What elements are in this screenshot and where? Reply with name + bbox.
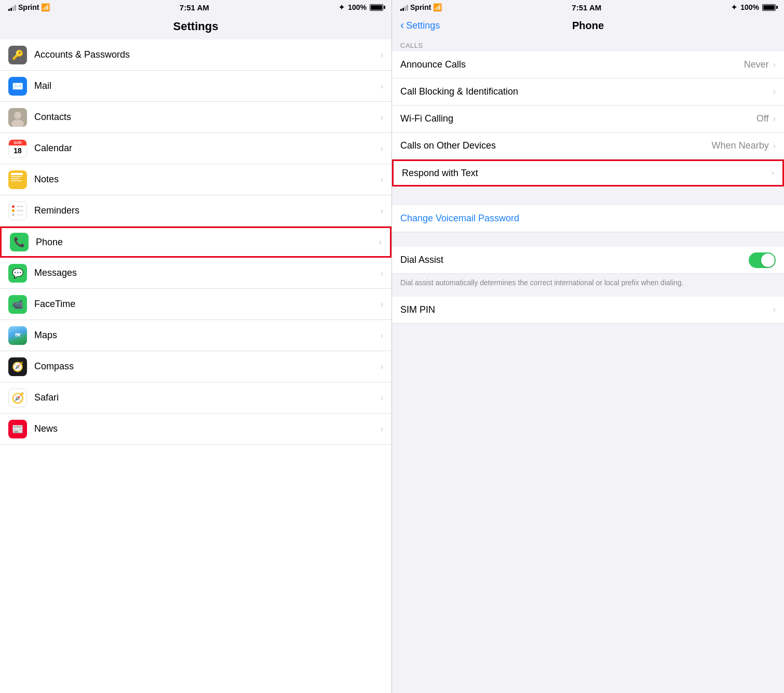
right-status-left: Sprint 📶 bbox=[400, 3, 442, 11]
settings-item-news[interactable]: 📰 News › bbox=[0, 414, 391, 445]
time-right: 7:51 AM bbox=[572, 3, 601, 12]
section-gap-1 bbox=[392, 186, 784, 205]
accounts-chevron: › bbox=[381, 50, 383, 60]
announce-calls-value: Never bbox=[744, 59, 769, 70]
calls-other-chevron: › bbox=[773, 141, 776, 151]
settings-item-maps[interactable]: 🗺 Maps › bbox=[0, 320, 391, 351]
wifi-icon-right: 📶 bbox=[433, 3, 442, 11]
settings-list: 🔑 Accounts & Passwords › ✉️ Mail › Conta… bbox=[0, 39, 391, 693]
contacts-chevron: › bbox=[381, 113, 383, 122]
back-button[interactable]: ‹ Settings bbox=[400, 19, 440, 32]
nav-bar: ‹ Settings Phone bbox=[392, 15, 784, 37]
mail-icon: ✉️ bbox=[8, 77, 27, 96]
settings-item-notes[interactable]: Notes › bbox=[0, 164, 391, 195]
sim-pin-chevron: › bbox=[773, 305, 776, 314]
compass-icon: 🧭 bbox=[8, 357, 27, 376]
dial-assist-section: Dial Assist Dial assist automatically de… bbox=[392, 243, 784, 297]
reminders-label: Reminders bbox=[34, 205, 381, 216]
left-status-left: Sprint 📶 bbox=[8, 3, 50, 11]
right-item-call-blocking[interactable]: Call Blocking & Identification › bbox=[392, 78, 784, 105]
settings-item-compass[interactable]: 🧭 Compass › bbox=[0, 351, 391, 382]
voicemail-section[interactable]: Change Voicemail Password bbox=[392, 205, 784, 232]
calls-other-label: Calls on Other Devices bbox=[400, 140, 712, 151]
battery-pct-right: 100% bbox=[740, 3, 759, 11]
sim-section: SIM PIN › bbox=[392, 297, 784, 324]
facetime-label: FaceTime bbox=[34, 299, 381, 310]
settings-item-safari[interactable]: 🧭 Safari › bbox=[0, 382, 391, 414]
wifi-calling-value: Off bbox=[756, 113, 769, 124]
right-item-respond-text[interactable]: Respond with Text › bbox=[392, 159, 784, 186]
carrier-left: Sprint bbox=[18, 3, 39, 11]
safari-icon: 🧭 bbox=[8, 389, 27, 407]
settings-item-calendar[interactable]: SUN 18 Calendar › bbox=[0, 133, 391, 164]
signal-bars-right bbox=[400, 4, 408, 11]
settings-item-mail[interactable]: ✉️ Mail › bbox=[0, 71, 391, 102]
wifi-calling-chevron: › bbox=[773, 114, 776, 124]
settings-item-contacts[interactable]: Contacts › bbox=[0, 102, 391, 133]
wifi-calling-label: Wi-Fi Calling bbox=[400, 113, 756, 124]
messages-icon: 💬 bbox=[8, 264, 27, 283]
right-item-wifi-calling[interactable]: Wi-Fi Calling Off › bbox=[392, 105, 784, 132]
section-gap-2 bbox=[392, 232, 784, 243]
dial-assist-toggle[interactable] bbox=[749, 252, 776, 268]
news-chevron: › bbox=[381, 424, 383, 434]
mail-chevron: › bbox=[381, 82, 383, 91]
bluetooth-icon-left: ✦ bbox=[339, 3, 345, 11]
maps-chevron: › bbox=[381, 331, 383, 340]
contacts-icon bbox=[8, 108, 27, 127]
right-item-calls-other[interactable]: Calls on Other Devices When Nearby › bbox=[392, 132, 784, 159]
left-status-bar: Sprint 📶 7:51 AM ✦ 100% bbox=[0, 0, 391, 15]
maps-icon: 🗺 bbox=[8, 326, 27, 345]
right-item-announce-calls[interactable]: Announce Calls Never › bbox=[392, 51, 784, 78]
news-icon: 📰 bbox=[8, 420, 27, 438]
notes-label: Notes bbox=[34, 174, 381, 185]
dial-assist-item[interactable]: Dial Assist bbox=[392, 247, 784, 274]
left-status-right: ✦ 100% bbox=[339, 3, 383, 11]
bluetooth-icon-right: ✦ bbox=[731, 3, 737, 11]
back-chevron-icon: ‹ bbox=[400, 19, 404, 32]
news-label: News bbox=[34, 423, 381, 434]
voicemail-label: Change Voicemail Password bbox=[400, 213, 519, 224]
call-blocking-chevron: › bbox=[773, 87, 776, 97]
right-status-bar: Sprint 📶 7:51 AM ✦ 100% bbox=[392, 0, 784, 15]
svg-point-1 bbox=[14, 112, 21, 119]
compass-chevron: › bbox=[381, 362, 383, 371]
messages-label: Messages bbox=[34, 268, 381, 278]
right-panel: Sprint 📶 7:51 AM ✦ 100% ‹ Settings Phone… bbox=[392, 0, 784, 693]
announce-calls-chevron: › bbox=[773, 60, 776, 70]
calendar-chevron: › bbox=[381, 144, 383, 153]
settings-item-messages[interactable]: 💬 Messages › bbox=[0, 258, 391, 289]
settings-item-accounts[interactable]: 🔑 Accounts & Passwords › bbox=[0, 39, 391, 71]
page-title-left: Settings bbox=[0, 15, 391, 39]
battery-pct-left: 100% bbox=[348, 3, 367, 11]
mail-label: Mail bbox=[34, 81, 381, 91]
sim-pin-label: SIM PIN bbox=[400, 304, 773, 315]
battery-icon-left bbox=[370, 4, 383, 11]
phone-label: Phone bbox=[36, 237, 379, 248]
accounts-icon: 🔑 bbox=[8, 46, 27, 64]
carrier-right: Sprint bbox=[410, 3, 431, 11]
safari-chevron: › bbox=[381, 393, 383, 403]
left-panel: Sprint 📶 7:51 AM ✦ 100% Settings 🔑 Accou… bbox=[0, 0, 392, 693]
facetime-icon: 📹 bbox=[8, 295, 27, 314]
calendar-icon: SUN 18 bbox=[8, 139, 27, 158]
wifi-icon-left: 📶 bbox=[41, 3, 50, 11]
settings-item-facetime[interactable]: 📹 FaceTime › bbox=[0, 289, 391, 320]
time-left: 7:51 AM bbox=[180, 3, 209, 12]
accounts-label: Accounts & Passwords bbox=[34, 49, 381, 60]
facetime-chevron: › bbox=[381, 300, 383, 309]
signal-bars-left bbox=[8, 4, 16, 11]
maps-label: Maps bbox=[34, 330, 381, 341]
settings-item-phone[interactable]: 📞 Phone › bbox=[0, 226, 391, 258]
contacts-label: Contacts bbox=[34, 112, 381, 123]
right-items-list: Announce Calls Never › Call Blocking & I… bbox=[392, 51, 784, 186]
right-item-sim-pin[interactable]: SIM PIN › bbox=[392, 297, 784, 324]
page-title-right: Phone bbox=[572, 20, 604, 32]
reminders-icon bbox=[8, 202, 27, 220]
settings-item-reminders[interactable]: Reminders › bbox=[0, 195, 391, 226]
calls-other-value: When Nearby bbox=[712, 140, 769, 151]
announce-calls-label: Announce Calls bbox=[400, 59, 744, 70]
respond-text-chevron: › bbox=[772, 168, 774, 178]
dial-assist-label: Dial Assist bbox=[400, 255, 749, 265]
calls-section-header: CALLS bbox=[392, 37, 784, 51]
